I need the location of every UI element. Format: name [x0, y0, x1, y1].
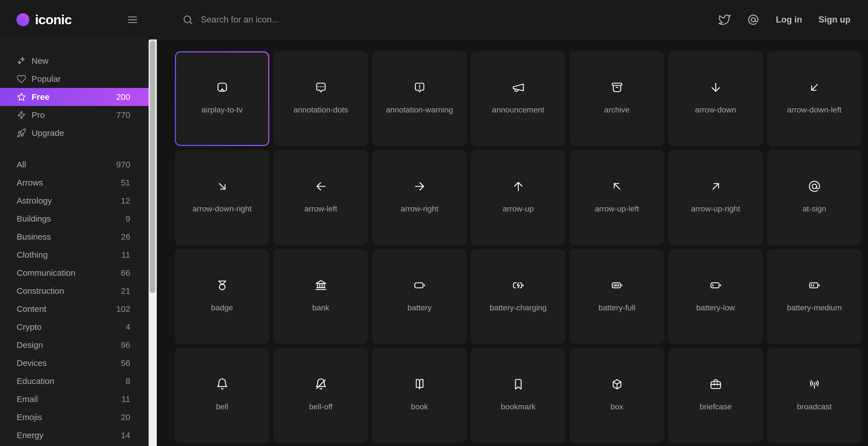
sidebar-item-popular[interactable]: Popular: [0, 70, 149, 88]
icon-tile-battery-full[interactable]: battery-full: [570, 249, 664, 344]
icon-tile-battery[interactable]: battery: [372, 249, 467, 344]
at-sign-icon[interactable]: [747, 13, 760, 26]
icon-tile-bookmark[interactable]: bookmark: [471, 348, 565, 443]
sidebar-item-label: Devices: [17, 358, 47, 368]
sidebar-item-count: 970: [116, 160, 130, 169]
icon-tile-airplay-to-tv[interactable]: airplay-to-tv: [175, 51, 269, 146]
bell-off-icon: [314, 378, 328, 391]
icon-tile-announcement[interactable]: announcement: [471, 51, 565, 146]
icon-grid: airplay-to-tvannotation-dotsannotation-w…: [175, 51, 862, 443]
icon-tile-briefcase[interactable]: briefcase: [668, 348, 763, 443]
bell-icon: [215, 378, 229, 391]
sidebar-item-upgrade[interactable]: Upgrade: [0, 124, 149, 142]
sidebar-item-label: Design: [17, 340, 43, 350]
sidebar-item-label: New: [32, 56, 49, 66]
sidebar-item-count: 21: [121, 286, 130, 296]
icon-tile-bell[interactable]: bell: [175, 348, 269, 443]
sidebar-item-emojis[interactable]: Emojis20: [0, 408, 149, 426]
sidebar-item-label: Business: [17, 232, 51, 242]
app-logo[interactable]: iconic: [17, 12, 72, 27]
icon-tile-box[interactable]: box: [570, 348, 664, 443]
menu-icon[interactable]: [126, 13, 139, 26]
top-bar: iconic Log in Sign up: [0, 0, 868, 39]
tile-label: bank: [312, 304, 330, 312]
icon-tile-battery-low[interactable]: battery-low: [668, 249, 763, 344]
sidebar-item-label: Popular: [32, 74, 61, 84]
sidebar-item-label: Astrology: [17, 196, 52, 205]
sidebar-item-arrows[interactable]: Arrows51: [0, 174, 149, 192]
icon-tile-at-sign[interactable]: at-sign: [767, 150, 862, 245]
tile-label: book: [411, 402, 428, 411]
arrow-right-icon: [413, 180, 426, 193]
sidebar-item-buildings[interactable]: Buildings9: [0, 210, 149, 228]
sidebar-item-business[interactable]: Business26: [0, 228, 149, 246]
sidebar-scrollbar-thumb[interactable]: [150, 41, 155, 293]
sidebar-item-construction[interactable]: Construction21: [0, 282, 149, 300]
battery-charging-icon: [512, 279, 525, 292]
sidebar-item-all[interactable]: All970: [0, 156, 149, 174]
icon-tile-annotation-dots[interactable]: annotation-dots: [274, 51, 368, 146]
sidebar-item-pro[interactable]: Pro770: [0, 106, 149, 124]
login-button[interactable]: Log in: [776, 15, 802, 25]
signup-button[interactable]: Sign up: [818, 15, 850, 25]
header-actions: Log in Sign up: [718, 13, 868, 26]
sidebar-item-astrology[interactable]: Astrology12: [0, 192, 149, 210]
icon-tile-bank[interactable]: bank: [274, 249, 368, 344]
icon-tile-arrow-up-left[interactable]: arrow-up-left: [570, 150, 664, 245]
sidebar-item-label: Free: [32, 92, 49, 102]
icon-tile-broadcast[interactable]: broadcast: [767, 348, 862, 443]
sidebar-item-energy[interactable]: Energy14: [0, 426, 149, 444]
box-icon: [610, 378, 624, 391]
icon-tile-arrow-up-right[interactable]: arrow-up-right: [668, 150, 763, 245]
icon-tile-arrow-down[interactable]: arrow-down: [668, 51, 763, 146]
sidebar-item-count: 200: [116, 92, 130, 102]
sidebar-item-label: Upgrade: [32, 128, 64, 138]
tile-label: battery-medium: [787, 304, 842, 312]
sidebar-item-clothing[interactable]: Clothing11: [0, 246, 149, 264]
tile-label: battery-charging: [490, 304, 547, 312]
tile-label: arrow-down-left: [787, 105, 841, 115]
icon-tile-badge[interactable]: badge: [175, 249, 269, 344]
icon-tile-arrow-up[interactable]: arrow-up: [471, 150, 565, 245]
icon-tile-arrow-down-left[interactable]: arrow-down-left: [767, 51, 862, 146]
sidebar-item-count: 11: [122, 250, 130, 260]
sidebar-item-email[interactable]: Email11: [0, 390, 149, 408]
sidebar-item-label: Construction: [17, 286, 64, 296]
tile-label: at-sign: [802, 204, 826, 214]
sidebar-item-label: Buildings: [17, 214, 51, 224]
icon-tile-bell-off[interactable]: bell-off: [274, 348, 368, 443]
rocket-icon: [17, 128, 26, 138]
search-input[interactable]: [200, 14, 718, 25]
twitter-icon[interactable]: [718, 13, 731, 26]
sidebar-item-label: Emojis: [17, 412, 42, 422]
tile-label: badge: [211, 304, 233, 312]
arrow-down-right-icon: [215, 180, 229, 193]
icon-tile-arrow-right[interactable]: arrow-right: [372, 150, 467, 245]
sidebar-item-count: 20: [121, 412, 130, 422]
icon-tile-arrow-left[interactable]: arrow-left: [274, 150, 368, 245]
icon-tile-arrow-down-right[interactable]: arrow-down-right: [175, 150, 269, 245]
sidebar-item-label: Email: [17, 394, 38, 404]
icon-tile-battery-medium[interactable]: battery-medium: [767, 249, 862, 344]
icon-tile-annotation-warning[interactable]: annotation-warning: [372, 51, 467, 146]
icon-tile-archive[interactable]: archive: [570, 51, 664, 146]
arrow-down-left-icon: [808, 81, 821, 94]
briefcase-icon: [709, 378, 722, 391]
sidebar-item-education[interactable]: Education8: [0, 372, 149, 390]
sidebar-item-design[interactable]: Design96: [0, 336, 149, 354]
sidebar-item-content[interactable]: Content102: [0, 300, 149, 318]
icon-tile-book[interactable]: book: [372, 348, 467, 443]
icon-tile-battery-charging[interactable]: battery-charging: [471, 249, 565, 344]
sidebar-item-free[interactable]: Free200: [0, 88, 149, 106]
zap-icon: [17, 110, 26, 120]
sidebar-item-crypto[interactable]: Crypto4: [0, 318, 149, 336]
sidebar: NewPopularFree200Pro770Upgrade All970Arr…: [0, 39, 157, 446]
tile-label: arrow-right: [401, 204, 438, 214]
sidebar-item-devices[interactable]: Devices56: [0, 354, 149, 372]
sidebar-header: iconic: [0, 0, 157, 39]
arrow-up-left-icon: [610, 180, 624, 193]
logo-circle-icon: [17, 13, 29, 26]
sidebar-item-new[interactable]: New: [0, 52, 149, 70]
sidebar-item-communication[interactable]: Communication66: [0, 264, 149, 282]
tile-label: battery-full: [598, 304, 636, 312]
